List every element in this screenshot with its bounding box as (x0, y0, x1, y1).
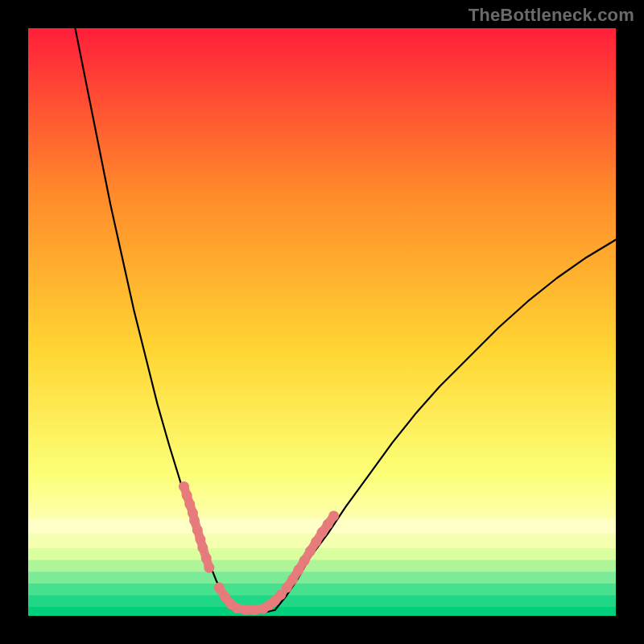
marker-left-dot (204, 563, 214, 573)
band (28, 607, 616, 616)
marker-bottom-dot (250, 605, 260, 615)
marker-bottom-dot (214, 582, 225, 592)
marker-left-dot (197, 543, 208, 553)
watermark-text: TheBottleneck.com (469, 5, 634, 26)
marker-right-dot (299, 555, 310, 566)
chart-stage: TheBottleneck.com (0, 0, 644, 644)
marker-right-dot (287, 574, 298, 584)
marker-left-dot (201, 553, 212, 564)
marker-right-dot (305, 546, 316, 556)
marker-right-dot (311, 537, 321, 547)
marker-right-dot (293, 565, 303, 576)
marker-left-dot (189, 515, 200, 526)
plot-area (28, 28, 616, 616)
chart-svg (28, 28, 616, 616)
marker-bottom-dot (232, 603, 242, 613)
marker-right-dot (328, 510, 339, 521)
marker-left-dot (192, 525, 203, 535)
